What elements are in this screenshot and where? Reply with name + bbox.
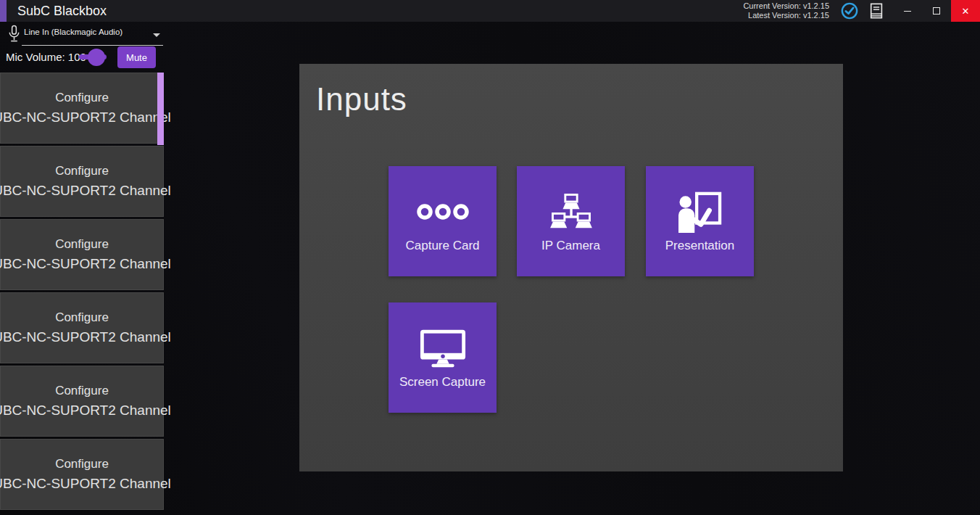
- channel-item-line2: UBC-NC-SUPORT2 Channel: [0, 403, 171, 419]
- channel-item-line2: UBC-NC-SUPORT2 Channel: [0, 329, 171, 345]
- close-icon: ✕: [962, 6, 970, 17]
- audio-device-select[interactable]: Line In (Blackmagic Audio): [24, 28, 122, 36]
- maximize-icon: [933, 7, 940, 15]
- title-bar: SubC Blackbox Current Version: v1.2.15 L…: [0, 0, 980, 22]
- log-icon[interactable]: [870, 3, 884, 22]
- tile-label: Capture Card: [405, 239, 479, 253]
- channel-item-line1: Configure: [55, 457, 109, 471]
- maximize-button[interactable]: [922, 0, 951, 22]
- channel-item-line1: Configure: [55, 164, 109, 178]
- presentation-tile[interactable]: Presentation: [646, 166, 754, 276]
- ip-camera-tile[interactable]: IP Camera: [517, 166, 625, 276]
- microphone-icon: [7, 25, 22, 47]
- tile-label: Screen Capture: [399, 375, 486, 390]
- chevron-down-icon[interactable]: [153, 33, 160, 37]
- channel-item-line2: UBC-NC-SUPORT2 Channel: [0, 110, 171, 125]
- channel-item-line2: UBC-NC-SUPORT2 Channel: [0, 256, 171, 272]
- configure-channel-button-1[interactable]: Configure UBC-NC-SUPORT2 Channel: [0, 73, 164, 144]
- capture-card-icon: [416, 189, 470, 234]
- tile-label: Presentation: [665, 239, 734, 253]
- device-select-underline: [22, 45, 163, 46]
- app-title: SubC Blackbox: [17, 0, 107, 22]
- page-title: Inputs: [316, 81, 407, 118]
- channel-list: Configure UBC-NC-SUPORT2 Channel Configu…: [0, 73, 164, 512]
- update-ok-icon: [841, 2, 858, 22]
- configure-channel-button-2[interactable]: Configure UBC-NC-SUPORT2 Channel: [0, 146, 164, 217]
- capture-card-tile[interactable]: Capture Card: [389, 166, 497, 276]
- mic-volume-slider-knob[interactable]: [88, 49, 105, 66]
- presentation-icon: [678, 189, 723, 234]
- channel-item-line2: UBC-NC-SUPORT2 Channel: [0, 183, 171, 199]
- tile-label: IP Camera: [541, 239, 600, 253]
- configure-channel-button-5[interactable]: Configure UBC-NC-SUPORT2 Channel: [0, 366, 164, 437]
- screen-capture-tile[interactable]: Screen Capture: [389, 302, 497, 413]
- mute-button[interactable]: Mute: [117, 46, 156, 68]
- configure-channel-button-3[interactable]: Configure UBC-NC-SUPORT2 Channel: [0, 219, 164, 290]
- accent-bar: [0, 0, 7, 22]
- channel-item-line1: Configure: [55, 310, 109, 325]
- channel-item-line1: Configure: [55, 384, 109, 398]
- screen-capture-icon: [419, 326, 467, 371]
- minimize-button[interactable]: [893, 0, 922, 22]
- close-button[interactable]: ✕: [951, 0, 980, 22]
- mic-volume-label: Mic Volume: 100: [6, 51, 86, 63]
- channel-item-line1: Configure: [55, 237, 109, 252]
- minimize-icon: [904, 11, 911, 12]
- channel-item-line1: Configure: [55, 91, 109, 105]
- version-info: Current Version: v1.2.15 Latest Version:…: [743, 1, 829, 20]
- ip-camera-icon: [549, 189, 594, 234]
- inputs-panel: Inputs Capture Card: [299, 64, 843, 471]
- latest-version-label: Latest Version: v1.2.15: [743, 11, 829, 20]
- channel-item-line2: UBC-NC-SUPORT2 Channel: [0, 476, 171, 492]
- configure-channel-button-6[interactable]: Configure UBC-NC-SUPORT2 Channel: [0, 439, 164, 510]
- current-version-label: Current Version: v1.2.15: [743, 1, 829, 11]
- configure-channel-button-4[interactable]: Configure UBC-NC-SUPORT2 Channel: [0, 292, 164, 363]
- sidebar-scrollbar-thumb[interactable]: [157, 73, 164, 145]
